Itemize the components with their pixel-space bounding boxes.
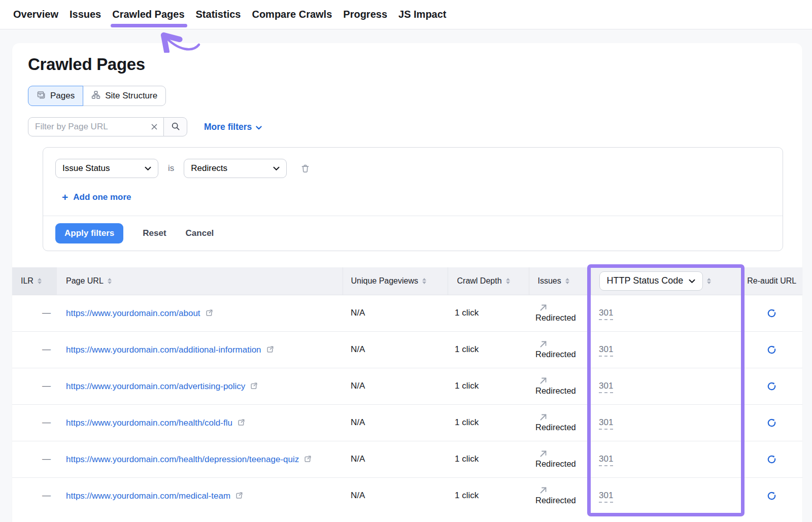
external-link-icon[interactable] [237,419,245,427]
column-header-ilr: ILR [12,267,57,295]
ilr-cell: — [12,295,57,331]
ilr-value: — [42,344,51,354]
status-code-value[interactable]: 301 [599,491,613,503]
page-url-link[interactable]: https://www.yourdomain.com/additional-in… [66,344,261,356]
page-url-link[interactable]: https://www.yourdomain.com/medical-team [66,490,230,502]
filter-value-select[interactable]: Redirects [184,159,287,178]
sort-icon[interactable] [422,278,426,284]
sort-icon[interactable] [707,278,711,284]
filter-value-value: Redirects [191,163,227,173]
pages-view-button[interactable]: Pages [28,86,83,106]
table-row: —https://www.yourdomain.com/aboutN/A1 cl… [12,295,802,331]
unique-pageviews-cell: N/A [343,477,448,514]
tab-progress[interactable]: Progress [343,0,387,29]
unique-pageviews-cell: N/A [343,441,448,477]
site-structure-view-label: Site Structure [105,91,157,101]
table-row: —https://www.yourdomain.com/health/cold-… [12,404,802,441]
reaudit-button[interactable] [764,489,779,503]
crawl-depth-cell: 1 click [448,368,529,404]
add-one-more-label: Add one more [73,192,131,202]
sort-icon[interactable] [38,278,42,284]
pages-view-label: Pages [50,91,75,101]
column-header-unique-pageviews: Unique Pageviews [343,267,448,295]
reaudit-cell [741,404,802,441]
page-url-filter-input[interactable] [28,117,164,136]
ilr-cell: — [12,477,57,514]
issue-label: Redirected [535,313,576,323]
filter-operator-label: is [168,163,174,173]
reaudit-cell [741,477,802,514]
status-code-value[interactable]: 301 [599,417,613,430]
pages-icon [37,90,46,102]
sort-icon[interactable] [108,278,112,284]
page-url-link[interactable]: https://www.yourdomain.com/health/depres… [66,454,299,465]
trash-icon [300,167,310,175]
ilr-value: — [42,381,51,391]
page-url-link[interactable]: https://www.yourdomain.com/about [66,307,200,319]
add-one-more-button[interactable]: + Add one more [43,178,131,216]
site-structure-view-button[interactable]: Site Structure [83,86,166,106]
crawl-depth-cell: 1 click [448,295,529,331]
cancel-button[interactable]: Cancel [186,228,214,238]
crawl-depth-cell: 1 click [448,404,529,441]
reaudit-cell [741,441,802,477]
external-link-icon[interactable] [205,309,213,317]
page-url-link[interactable]: https://www.yourdomain.com/advertising-p… [66,380,245,392]
sort-icon[interactable] [506,278,510,284]
tab-overview[interactable]: Overview [13,0,58,29]
redirect-arrow-icon [539,340,548,349]
reaudit-button[interactable] [764,342,779,357]
table-row: —https://www.yourdomain.com/health/depre… [12,441,802,477]
external-link-icon[interactable] [235,492,243,500]
unique-pageviews-cell: N/A [343,368,448,404]
status-code-value[interactable]: 301 [599,308,613,320]
search-button[interactable] [163,117,187,136]
crawl-depth-cell: 1 click [448,441,529,477]
external-link-icon[interactable] [303,455,312,463]
issues-cell: Redirected [529,295,591,331]
redirect-arrow-icon [539,413,548,422]
ilr-cell: — [12,331,57,368]
tab-crawled-pages[interactable]: Crawled Pages [112,0,184,29]
issue-label: Redirected [535,423,576,432]
page-url-cell: https://www.yourdomain.com/about [57,295,343,331]
filter-field-select[interactable]: Issue Status [55,159,158,178]
column-header-issues: Issues [529,267,591,295]
tab-issues[interactable]: Issues [70,0,101,29]
reaudit-button[interactable] [764,379,779,394]
external-link-icon[interactable] [250,382,258,390]
refresh-icon [766,495,777,503]
delete-filter-button[interactable] [300,164,310,173]
issues-cell: Redirected [529,331,591,368]
tab-js-impact[interactable]: JS Impact [398,0,446,29]
issue-label: Redirected [535,496,576,505]
tab-compare-crawls[interactable]: Compare Crawls [252,0,332,29]
page-url-link[interactable]: https://www.yourdomain.com/health/cold-f… [66,417,232,429]
unique-pageviews-cell: N/A [343,404,448,441]
http-status-code-dropdown[interactable]: HTTP Status Code [599,271,703,291]
table-row: —https://www.yourdomain.com/additional-i… [12,331,802,368]
http-status-cell: 301 [591,404,741,441]
reaudit-button[interactable] [764,452,779,467]
redirect-arrow-icon [539,303,548,312]
http-status-cell: 301 [591,477,741,514]
tab-statistics[interactable]: Statistics [196,0,241,29]
more-filters-button[interactable]: More filters [204,122,262,132]
status-code-value[interactable]: 301 [599,344,613,357]
reaudit-cell [741,331,802,368]
page-url-cell: https://www.yourdomain.com/additional-in… [57,331,343,368]
issue-label: Redirected [535,386,576,396]
external-link-icon[interactable] [266,345,274,354]
reset-button[interactable]: Reset [143,228,166,238]
status-code-value[interactable]: 301 [599,454,613,466]
apply-filters-button[interactable]: Apply filters [55,223,123,243]
reaudit-button[interactable] [764,415,779,430]
refresh-icon [766,312,777,320]
issue-label: Redirected [535,459,576,469]
status-code-value[interactable]: 301 [599,381,613,393]
page-url-cell: https://www.yourdomain.com/health/cold-f… [57,404,343,441]
reaudit-button[interactable] [764,306,779,321]
sort-icon[interactable] [565,278,569,284]
clear-icon[interactable] [151,123,158,130]
http-status-cell: 301 [591,295,741,331]
